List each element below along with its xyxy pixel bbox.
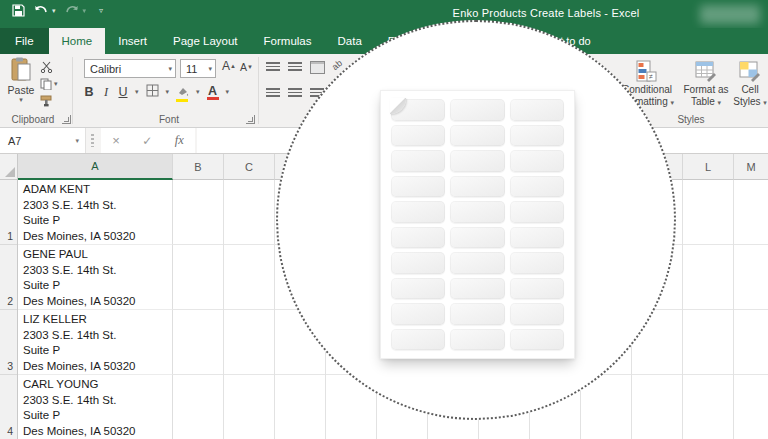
- column-header-c[interactable]: C: [224, 154, 275, 180]
- tab-file[interactable]: File: [0, 28, 49, 54]
- cell-a4[interactable]: CARL YOUNG2303 S.E. 14th St. Suite PDes …: [18, 375, 173, 439]
- redo-icon[interactable]: [65, 5, 79, 17]
- middle-align-button[interactable]: [288, 62, 302, 73]
- font-color-button[interactable]: A: [207, 84, 219, 100]
- quick-access-toolbar: ▾ ▾ ▿: [12, 4, 103, 17]
- label-sticker: [450, 329, 504, 351]
- cell-a1[interactable]: ADAM KENT2303 S.E. 14th St. Suite PDes M…: [18, 180, 173, 245]
- cell-styles-icon: [739, 60, 761, 82]
- label-sheet-paper: [380, 90, 575, 359]
- borders-dropdown-icon[interactable]: ▾: [166, 88, 170, 96]
- customize-qat-icon[interactable]: ▿: [99, 6, 103, 15]
- account-blur-patch: [700, 5, 760, 24]
- row-header-3[interactable]: 3: [0, 310, 17, 375]
- format-painter-button[interactable]: [40, 94, 58, 107]
- label-sticker: [510, 227, 564, 249]
- formula-bar-grip: [91, 134, 94, 147]
- fill-color-button[interactable]: [176, 82, 189, 102]
- italic-button[interactable]: I: [101, 85, 111, 100]
- undo-icon[interactable]: [34, 5, 48, 17]
- font-dialog-launcher-icon[interactable]: [246, 115, 255, 124]
- top-align-button[interactable]: [266, 62, 280, 73]
- cut-button[interactable]: [40, 60, 58, 73]
- shrink-font-button[interactable]: A▼: [240, 62, 253, 73]
- undo-dropdown-icon[interactable]: ▾: [52, 7, 56, 15]
- clipboard-mini-buttons: ▾: [40, 60, 58, 107]
- tab-home[interactable]: Home: [49, 28, 106, 54]
- column-header-a[interactable]: A: [18, 154, 173, 180]
- name-box-value: A7: [0, 135, 75, 147]
- group-separator: [258, 57, 259, 124]
- label-sticker: [391, 125, 445, 147]
- clipboard-dialog-launcher-icon[interactable]: [62, 115, 71, 124]
- font-size-value: 11: [186, 63, 197, 75]
- label-sticker: [450, 99, 504, 121]
- label-sticker: [391, 150, 445, 172]
- row-header-4[interactable]: 4: [0, 375, 17, 439]
- magnifier-circle: [276, 20, 676, 420]
- tab-data[interactable]: Data: [325, 28, 375, 54]
- name-box-dropdown-icon[interactable]: ▾: [75, 137, 85, 145]
- font-name-value: Calibri: [90, 63, 121, 75]
- label-sticker: [391, 227, 445, 249]
- underline-button[interactable]: U: [118, 85, 128, 99]
- label-sticker: [510, 201, 564, 223]
- label-sheet-grid: [391, 99, 564, 350]
- label-sticker: [450, 278, 504, 300]
- label-sticker: [450, 201, 504, 223]
- font-name-dropdown-icon: ▾: [168, 65, 172, 73]
- save-icon[interactable]: [12, 4, 25, 17]
- column-header-l[interactable]: L: [683, 154, 734, 180]
- cell-a2[interactable]: GENE PAUL2303 S.E. 14th St. Suite PDes M…: [18, 245, 173, 310]
- confirm-entry-icon[interactable]: ✓: [142, 134, 152, 148]
- group-separator: [72, 57, 73, 124]
- window-title: Enko Products Create Labels - Excel: [436, 7, 656, 19]
- cell-styles-button[interactable]: Cell Styles ▾: [733, 60, 767, 108]
- label-sticker: [391, 329, 445, 351]
- select-all-button[interactable]: [0, 154, 18, 180]
- tab-formulas[interactable]: Formulas: [251, 28, 325, 54]
- column-header-m[interactable]: M: [734, 154, 768, 180]
- column-header-b[interactable]: B: [173, 154, 224, 180]
- redo-dropdown-icon[interactable]: ▾: [83, 7, 87, 15]
- label-sticker: [391, 278, 445, 300]
- align-center-button[interactable]: [288, 88, 302, 99]
- insert-function-icon[interactable]: fx: [175, 133, 184, 148]
- copy-dropdown-icon[interactable]: ▾: [54, 80, 58, 88]
- tab-page-layout[interactable]: Page Layout: [160, 28, 251, 54]
- label-sticker: [510, 150, 564, 172]
- label-sticker: [391, 303, 445, 325]
- label-sticker: [450, 176, 504, 198]
- font-size-dropdown-icon: ▾: [208, 65, 212, 73]
- bold-button[interactable]: B: [84, 85, 94, 99]
- font-group-label: Font: [84, 114, 254, 125]
- cancel-entry-icon[interactable]: ×: [112, 133, 120, 148]
- font-size-combobox[interactable]: 11 ▾: [180, 59, 216, 78]
- row-header-2[interactable]: 2: [0, 245, 17, 310]
- font-color-dropdown-icon[interactable]: ▾: [226, 88, 230, 96]
- row-headers: 1 2 3 4: [0, 180, 18, 439]
- row-header-1[interactable]: 1: [0, 180, 17, 245]
- tab-insert[interactable]: Insert: [105, 28, 160, 54]
- borders-button[interactable]: [146, 83, 159, 101]
- cell-a3[interactable]: LIZ KELLER2303 S.E. 14th St. Suite PDes …: [18, 310, 173, 375]
- conditional-formatting-icon: ≠: [636, 60, 658, 82]
- copy-button[interactable]: ▾: [40, 77, 58, 90]
- wrap-text-button[interactable]: [310, 61, 325, 74]
- fill-color-dropdown-icon[interactable]: ▾: [196, 88, 200, 96]
- font-name-combobox[interactable]: Calibri ▾: [84, 59, 176, 78]
- label-sticker: [450, 125, 504, 147]
- label-sticker: [510, 252, 564, 274]
- label-sticker: [391, 176, 445, 198]
- paste-dropdown-icon[interactable]: ▾: [6, 96, 36, 104]
- format-as-table-button[interactable]: Format as Table ▾: [681, 60, 731, 108]
- column-a-cells: ADAM KENT2303 S.E. 14th St. Suite PDes M…: [18, 180, 173, 439]
- grow-font-button[interactable]: A▲: [222, 61, 236, 72]
- svg-text:≠: ≠: [649, 73, 653, 80]
- label-sticker: [391, 99, 445, 121]
- clipboard-group-label: Clipboard: [0, 114, 66, 125]
- name-box[interactable]: A7 ▾: [0, 128, 86, 153]
- align-left-button[interactable]: [266, 88, 280, 99]
- paste-button[interactable]: Paste ▾: [6, 57, 36, 104]
- underline-dropdown-icon[interactable]: ▾: [135, 88, 139, 96]
